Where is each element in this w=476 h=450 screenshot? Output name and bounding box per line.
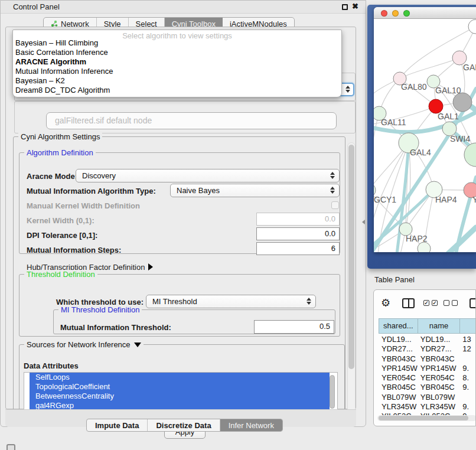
attributes-list-scrollbar[interactable] — [330, 375, 335, 409]
mi-threshold-label: Mutual Information Threshold: — [60, 323, 171, 332]
network-node[interactable] — [418, 242, 431, 252]
table-row[interactable]: YPR145WYPR145W9. — [379, 364, 476, 373]
panel-title: Control Panel — [13, 2, 60, 11]
manual-kernel-width-label: Manual Kernel Width Definition — [27, 201, 140, 210]
network-canvas[interactable]: GALGAL80GAL10GAL1GAL11SWI4GAL4GCY1HAP4YH… — [374, 19, 476, 252]
table-cell: YBR045C — [418, 383, 459, 392]
node-table: shared...name — [379, 318, 476, 334]
which-threshold-select[interactable]: MI Threshold — [146, 295, 316, 308]
algorithm-option[interactable]: Dream8 DC_TDC Algorithm — [13, 86, 341, 95]
table-cell: 9. — [459, 364, 476, 373]
data-attributes-list[interactable]: SelfLoopsTopologicalCoefficientBetweenne… — [24, 372, 338, 414]
network-edge — [374, 113, 379, 190]
table-cell: 12 — [459, 344, 476, 354]
algorithm-option[interactable]: Mutual Information Inference — [13, 67, 341, 76]
table-cell: YBL079W — [418, 393, 459, 402]
node-label: GAL4 — [410, 148, 431, 157]
column-header[interactable]: shared... — [379, 318, 418, 334]
table-row[interactable]: YBR045CYBR045C9. — [379, 383, 476, 392]
expand-right-icon — [148, 263, 153, 270]
float-panel-icon[interactable] — [342, 4, 348, 10]
table-cell: YBR043C — [379, 354, 418, 364]
network-view-window: GALGAL80GAL10GAL1GAL11SWI4GAL4GCY1HAP4YH… — [374, 7, 476, 252]
columns-icon[interactable] — [402, 298, 415, 308]
table-cell: YBL079W — [379, 393, 418, 402]
close-traffic-light[interactable] — [381, 10, 387, 17]
group-title: Threshold Definition — [24, 270, 97, 279]
column-header[interactable] — [459, 318, 476, 334]
combo-arrows-icon — [307, 298, 311, 305]
table-row[interactable]: YLR345WYLR345W9. — [379, 402, 476, 412]
tab-infer-network[interactable]: Infer Network — [220, 419, 282, 431]
settings-vscrollbar — [347, 142, 356, 418]
close-panel-icon[interactable]: ✖ — [352, 2, 358, 11]
table-panel: ⚙ ✓ ✓ shared...name YDL19...YDL19...13YD… — [373, 289, 476, 426]
mi-steps-input[interactable]: 6 — [256, 242, 340, 255]
aracne-mode-label: Aracne Mode: — [27, 172, 77, 181]
settings-vscrollbar-thumb[interactable] — [348, 145, 354, 369]
data-attributes-label: Data Attributes — [24, 361, 79, 370]
gear-icon[interactable]: ⚙ — [381, 298, 390, 308]
mi-algorithm-type-select[interactable]: Naive Bayes — [170, 184, 340, 197]
table-row[interactable]: YBL079WYBL079W — [379, 393, 476, 402]
tab-impute-data[interactable]: Impute Data — [87, 419, 148, 431]
mi-algorithm-type-label: Mutual Information Algorithm Type: — [27, 187, 156, 195]
partial-icon[interactable] — [470, 298, 476, 308]
table-hscrollbar — [377, 415, 476, 421]
attribute-item[interactable]: SelfLoops — [30, 373, 330, 382]
table-cell: 13 — [459, 335, 476, 344]
table-row[interactable]: YDR27...YDR27...12 — [379, 344, 476, 354]
aracne-mode-select[interactable]: Discovery — [76, 169, 340, 182]
network-window-titlebar[interactable] — [374, 7, 476, 19]
table-row[interactable]: YDL19...YDL19...13 — [379, 335, 476, 344]
table-cell: YLR345W — [418, 402, 459, 412]
table-hscrollbar-thumb[interactable] — [379, 416, 468, 420]
network-combo[interactable]: galFiltered.sif default node — [46, 112, 337, 129]
table-cell: YDR27... — [379, 344, 418, 354]
dpi-tolerance-label: DPI Tolerance [0,1]: — [27, 231, 97, 240]
manual-kernel-width-checkbox[interactable] — [331, 201, 339, 209]
select-all-icon[interactable]: ✓ — [423, 300, 429, 306]
node-label: GCY1 — [374, 195, 396, 204]
mi-threshold-input[interactable]: 0.5 — [254, 320, 334, 334]
splitter-collapse-icon[interactable] — [362, 220, 365, 224]
table-cell: 9. — [459, 402, 476, 412]
deselect-all-icon[interactable] — [444, 300, 449, 306]
algorithm-dropdown-list: Select algorithm to view settings Bayesi… — [12, 30, 342, 97]
combo-arrows-icon — [345, 86, 350, 93]
group-title: Cyni Algorithm Settings — [18, 132, 102, 141]
control-panel: Control Panel ✖ NetworkStyleSelectCyni T… — [0, 0, 366, 427]
dpi-tolerance-input[interactable]: 0.0 — [256, 227, 340, 240]
table-toolbar: ⚙ ✓ ✓ — [374, 290, 475, 317]
minimized-panel-icon[interactable] — [6, 444, 15, 450]
table-cell: YDR27... — [418, 344, 459, 354]
sources-collapser[interactable]: Sources for Network Inference — [24, 340, 144, 349]
table-cell: YPR145W — [418, 364, 459, 373]
node-label: GAL10 — [435, 86, 461, 95]
network-node[interactable] — [453, 93, 472, 112]
attribute-item[interactable]: TopologicalCoefficient — [30, 382, 330, 392]
deselect-all-icon[interactable] — [452, 300, 458, 306]
algorithm-option[interactable]: ARACNE Algorithm — [13, 57, 341, 67]
table-cell: YDL19... — [418, 335, 459, 344]
minimize-traffic-light[interactable] — [392, 10, 399, 17]
tab-discretize-data[interactable]: Discretize Data — [148, 419, 220, 431]
table-cell: 9. — [459, 383, 476, 392]
kernel-width-input[interactable]: 0.0 — [256, 213, 340, 226]
table-cell: YDL19... — [379, 335, 418, 344]
zoom-traffic-light[interactable] — [403, 10, 410, 17]
control-panel-titlebar: Control Panel ✖ — [1, 1, 366, 14]
attribute-item[interactable]: BetweennessCentrality — [30, 392, 330, 401]
column-header[interactable]: name — [418, 318, 460, 334]
node-label: HAP4 — [435, 195, 457, 204]
select-all-icon[interactable]: ✓ — [432, 300, 438, 306]
table-cell: YLR345W — [379, 402, 418, 412]
table-cell — [459, 393, 476, 402]
table-row[interactable]: YER054CYER054C8. — [379, 373, 476, 383]
algorithm-option[interactable]: Basic Correlation Inference — [13, 48, 341, 57]
algorithm-option[interactable]: Bayesian – K2 — [13, 76, 341, 86]
network-node[interactable] — [468, 19, 476, 34]
table-cell: YER054C — [418, 373, 459, 383]
dropdown-prompt: Select algorithm to view settings — [13, 30, 341, 38]
table-row[interactable]: YBR043CYBR043C — [379, 354, 476, 364]
